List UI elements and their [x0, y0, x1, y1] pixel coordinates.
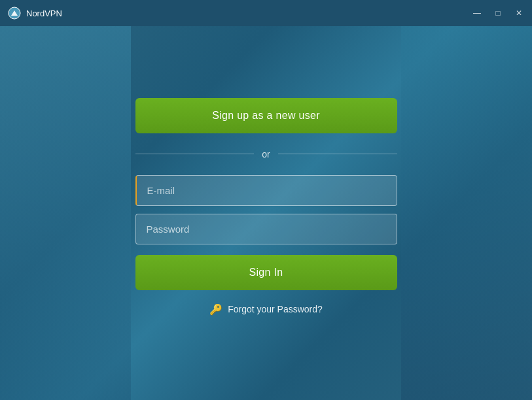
close-button[interactable]: ✕ [514, 8, 524, 18]
title-bar: NordVPN — □ ✕ [0, 0, 532, 26]
signup-button[interactable]: Sign up as a new user [135, 98, 397, 133]
email-input[interactable] [135, 175, 397, 206]
or-divider: or [135, 149, 397, 159]
title-bar-controls: — □ ✕ [472, 8, 524, 18]
or-text: or [262, 149, 270, 159]
password-input[interactable] [135, 214, 397, 244]
maximize-button[interactable]: □ [493, 8, 503, 18]
nordvpn-logo-icon [8, 7, 21, 20]
minimize-button[interactable]: — [472, 8, 482, 18]
divider-line-left [135, 154, 255, 154]
app-title: NordVPN [26, 8, 62, 18]
title-bar-left: NordVPN [8, 7, 62, 20]
key-icon: 🔑 [209, 303, 222, 316]
form-container: Sign up as a new user or Sign In 🔑 Forgo… [135, 98, 397, 316]
forgot-password-label: Forgot your Password? [228, 304, 323, 314]
signin-button[interactable]: Sign In [135, 255, 397, 290]
main-content: Sign up as a new user or Sign In 🔑 Forgo… [0, 26, 532, 400]
forgot-password-link[interactable]: 🔑 Forgot your Password? [209, 303, 323, 316]
divider-line-right [278, 154, 397, 154]
